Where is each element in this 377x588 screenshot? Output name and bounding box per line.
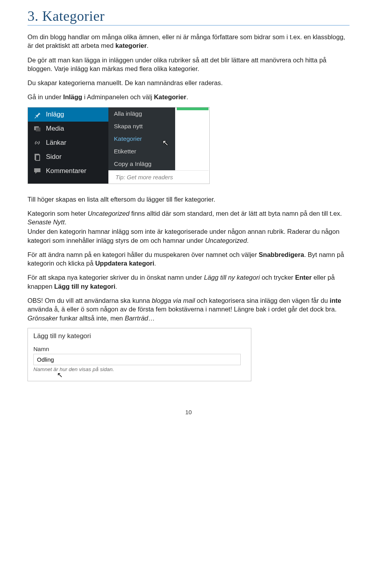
text-italic: Lägg till ny kategori [204, 274, 260, 281]
wp-tip-text: Tip: Get more readers [108, 170, 209, 184]
text: OBS! Om du vill att användarna ska kunna [27, 297, 152, 304]
wp-sidebar: Inlägg Media Länkar [28, 107, 108, 184]
text-bold: Inlägg [63, 93, 82, 100]
text: och trycker [260, 274, 295, 281]
wp-sidebar-item-lankar[interactable]: Länkar [28, 136, 108, 150]
wp-sidebar-label: Sidor [46, 153, 62, 161]
text: . [247, 237, 249, 244]
text: För att skapa nya kategorier skriver du … [27, 274, 204, 281]
paragraph-3: Du skapar kategorierna manuellt. De kan … [27, 78, 350, 87]
text-bold: Uppdatera kategori [95, 260, 154, 267]
text: funkar alltså inte, men [58, 315, 125, 322]
svg-rect-3 [36, 155, 40, 160]
wp-sidebar-label: Inlägg [46, 111, 64, 118]
paragraph-1: Om din blogg handlar om många olika ämne… [27, 33, 350, 50]
wp-sidebar-item-media[interactable]: Media [28, 122, 108, 136]
text: . [154, 260, 156, 267]
text-italic: Uncategorized [88, 210, 129, 217]
text-italic: Uncategorized [205, 237, 247, 244]
paragraph-6: Kategorin som heter Uncategorized finns … [27, 209, 350, 227]
wp-submenu-item[interactable]: Alla inlägg [108, 107, 175, 120]
paragraph-7: Under den kategorin hamnar inlägg som in… [27, 227, 350, 245]
wp-content-area [175, 107, 209, 170]
text: och kategorisera sina inlägg den vägen f… [195, 297, 329, 304]
text-bold: Enter [295, 274, 311, 281]
text: … [148, 315, 155, 322]
text: Kategorin som heter [27, 210, 88, 217]
text-italic: Barrträd [125, 315, 148, 322]
paragraph-4: Gå in under Inlägg i Adminpanelen och vä… [27, 93, 350, 101]
wp-sidebar-item-sidor[interactable]: Sidor [28, 150, 108, 164]
text-bold: Kategorier [154, 93, 187, 100]
wp-sidebar-label: Kommentarer [46, 167, 86, 175]
svg-rect-1 [36, 127, 40, 131]
wp-sidebar-item-kommentarer[interactable]: Kommentarer [28, 164, 108, 178]
text: . [186, 93, 188, 100]
text: använda å, ä eller ö som någon av de för… [27, 306, 337, 313]
document-page: 3. Kategorier Om din blogg handlar om må… [0, 0, 377, 427]
form-name-label: Namn [33, 346, 245, 352]
text: Gå in under [27, 93, 63, 100]
pin-icon [33, 111, 41, 118]
link-icon [33, 139, 41, 147]
wp-sidebar-label: Media [46, 125, 64, 133]
text: Under den kategorin hamnar inlägg som in… [27, 228, 339, 244]
text-italic: Grönsaker [27, 315, 58, 322]
text-italic: Senaste Nytt [27, 218, 64, 226]
wp-submenu-item[interactable]: Skapa nytt [108, 120, 175, 133]
text: . [115, 283, 117, 290]
paragraph-5: Till höger skapas en lista allt eftersom… [27, 195, 350, 204]
mouse-cursor-icon: ↖ [57, 371, 63, 379]
wp-admin-screenshot: Inlägg Media Länkar [27, 107, 210, 184]
add-category-form-screenshot: Lägg till ny kategori Namn Namnet är hur… [27, 328, 251, 381]
paragraph-10: OBS! Om du vill att användarna ska kunna… [27, 296, 350, 322]
wp-submenu: Alla inlägg Skapa nytt Kategorier Etiket… [108, 107, 175, 170]
text-bold: inte [330, 297, 341, 304]
paragraph-8: För att ändra namn på en kategori håller… [27, 250, 350, 268]
form-title: Lägg till ny kategori [33, 332, 245, 340]
text-bold: Lägg till ny kategori [54, 283, 115, 290]
text-bold: Snabbredigera [259, 251, 304, 258]
section-heading: 3. Kategorier [27, 8, 350, 24]
text-italic: blogga via mail [152, 297, 195, 304]
text: i Adminpanelen och välj [82, 93, 154, 100]
heading-rule [27, 25, 350, 25]
text: . [147, 42, 149, 49]
mouse-cursor-icon: ↖ [162, 138, 169, 147]
media-icon [33, 125, 41, 133]
paragraph-2: De gör att man kan lägga in inläggen und… [27, 56, 350, 73]
text-bold: kategorier [115, 42, 147, 49]
wp-progress-bar [177, 107, 209, 110]
category-name-input[interactable] [33, 354, 241, 365]
comment-icon [33, 167, 41, 175]
text: För att ändra namn på en kategori håller… [27, 251, 259, 258]
page-icon [33, 153, 41, 161]
form-help-text: Namnet är hur den visas på sidan. [33, 366, 245, 372]
text: . [64, 218, 66, 226]
page-number: 10 [27, 409, 350, 415]
wp-sidebar-label: Länkar [46, 139, 66, 147]
text: Om din blogg handlar om många olika ämne… [27, 33, 345, 49]
paragraph-9: För att skapa nya kategorier skriver du … [27, 273, 350, 291]
wp-sidebar-item-inlagg[interactable]: Inlägg [28, 107, 108, 122]
text: finns alltid där som standard, men det ä… [130, 210, 342, 217]
wp-submenu-item[interactable]: Copy a Inlägg [108, 158, 175, 170]
